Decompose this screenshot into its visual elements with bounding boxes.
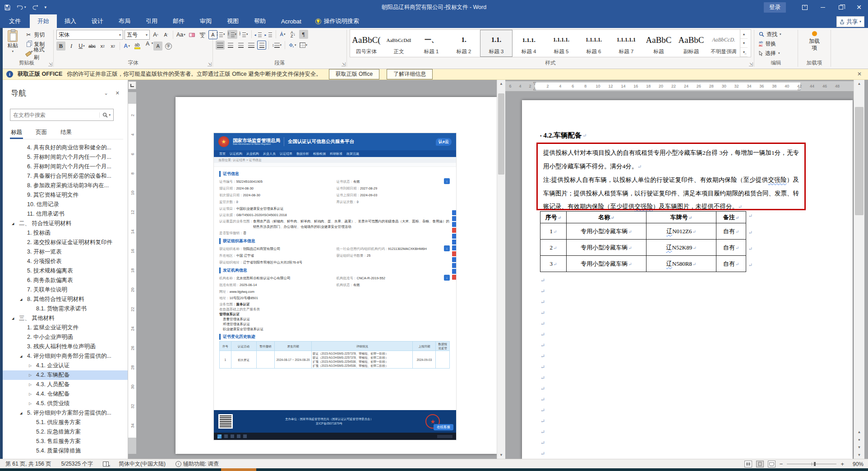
learn-more-button[interactable]: 了解详细信息	[387, 69, 433, 79]
phonetic-guide-button[interactable]: wén文	[198, 30, 207, 39]
add-ins-button[interactable]: 加载项	[802, 29, 827, 51]
style-card[interactable]: 一、 标题 1	[415, 30, 448, 57]
nav-heading-item[interactable]: 8. 参加政府采购活动前3年内在...	[3, 181, 128, 190]
ribbon-tab[interactable]: 插入	[57, 14, 84, 28]
style-card[interactable]: 1. 标题 2	[448, 30, 480, 57]
nav-tab[interactable]: 页面	[35, 127, 48, 139]
nav-heading-item[interactable]: 6. 商务条款偏离表	[3, 276, 128, 285]
nav-heading-item[interactable]: 三、 其他材料	[3, 314, 128, 323]
shrink-font-button[interactable]: Aˇ	[162, 30, 171, 39]
style-card[interactable]: 1.1.1.1. 标题 5	[545, 30, 577, 57]
minimize-button[interactable]	[814, 0, 832, 14]
strikethrough-button[interactable]: abc	[88, 42, 97, 51]
paragraph-dialog-launcher[interactable]: ↘	[342, 62, 346, 66]
tab-stop-selector[interactable]	[128, 81, 136, 89]
subscript-button[interactable]: x2	[98, 42, 107, 51]
nav-heading-item[interactable]: 二、 符合性证明材料	[3, 219, 128, 228]
style-card[interactable]: 1.1.1.1. 标题 6	[577, 30, 610, 57]
left-pane-scrollbar[interactable]: ▲ ▼	[497, 80, 505, 459]
nav-heading-item[interactable]: 2. 中小企业声明函	[3, 332, 128, 342]
warning-close-icon[interactable]: ✕	[857, 71, 862, 77]
sign-in-button[interactable]: 登录	[764, 2, 786, 13]
cut-button[interactable]: ✂剪切	[23, 31, 51, 39]
style-card[interactable]: 1.1.1. 标题 4	[512, 30, 545, 57]
horizontal-ruler[interactable]: 642 246810121416182022242628303234363840…	[505, 81, 854, 91]
distribute-button[interactable]	[257, 41, 266, 50]
search-input[interactable]	[13, 112, 97, 118]
font-color-button[interactable]: A▾	[143, 42, 152, 51]
style-card[interactable]: 1.1. 标题 3	[480, 30, 512, 57]
style-card[interactable]: AaBbCcD. 不明显强调	[707, 30, 740, 57]
nav-heading-item[interactable]: 4. 分项报价表	[3, 257, 128, 266]
nav-heading-item[interactable]: 5.3. 售后服务方案	[3, 437, 128, 446]
accessibility-status[interactable]: i辅助功能: 调查	[175, 460, 219, 468]
style-card[interactable]: AaBbC 副标题	[675, 30, 707, 57]
nav-heading-item[interactable]: 5. 开标时间前六个月内任一个月...	[3, 152, 128, 162]
align-center-button[interactable]	[226, 41, 235, 50]
nav-close-icon[interactable]: ✕	[112, 90, 123, 96]
nav-heading-item[interactable]: 5.4. 质量保障措施	[3, 446, 128, 456]
ribbon-display-options-button[interactable]	[796, 0, 814, 14]
nav-heading-item[interactable]: 4. 评分细则中商务部分需提供的...	[3, 351, 128, 361]
zoom-slider[interactable]	[787, 464, 836, 464]
nav-tab[interactable]: 结果	[60, 127, 73, 139]
nav-heading-item[interactable]: 10. 信用记录	[3, 200, 128, 209]
proofing-status[interactable]	[103, 462, 109, 466]
get-genuine-office-button[interactable]: 获取正版 Office	[329, 69, 379, 79]
justify-button[interactable]	[247, 41, 256, 50]
ribbon-tab[interactable]: 设计	[84, 14, 111, 28]
font-size-combo[interactable]: 五号▾	[125, 30, 150, 40]
nav-heading-item[interactable]: 6. 开标时间前六个月内任一个月...	[3, 162, 128, 171]
asian-layout-button[interactable]: A͗▾	[278, 30, 287, 39]
print-layout-button[interactable]	[756, 461, 764, 467]
font-dialog-launcher[interactable]: ↘	[208, 62, 212, 66]
nav-heading-item[interactable]: 9. 其它资格证明文件	[3, 190, 128, 200]
document-page-right[interactable]: 4.2.车辆配备 提供投标人针对本项目投入的自有或租赁专用小型冷藏车辆2台得 3…	[522, 100, 853, 459]
word-count[interactable]: 5/25325 个字	[61, 460, 93, 468]
find-button[interactable]: 查找▾	[757, 30, 783, 38]
zoom-out-button[interactable]: −	[780, 461, 783, 467]
zoom-in-button[interactable]: +	[840, 461, 844, 467]
nav-heading-item[interactable]: 11. 信用承诺书	[3, 209, 128, 219]
read-mode-button[interactable]	[744, 461, 752, 467]
grow-font-button[interactable]: A^	[151, 30, 160, 39]
ribbon-tab[interactable]: 开始	[30, 14, 57, 28]
nav-heading-item[interactable]: 4.1. 企业认证	[3, 361, 128, 370]
right-indent-marker[interactable]: △	[798, 87, 800, 91]
style-card[interactable]: AaBbC( 四号宋体	[350, 30, 383, 57]
ribbon-tab[interactable]: 视图	[219, 14, 246, 28]
document-page-left[interactable]: ★ 国家市场监督管理总局State Administration for Mar…	[175, 97, 497, 454]
tell-me-search[interactable]: 💡 操作说明搜索	[309, 14, 365, 28]
replace-button[interactable]: abac替换	[757, 40, 783, 48]
ribbon-tab[interactable]: 布局	[111, 14, 138, 28]
styles-gallery-scroll[interactable]: ▲▼▼̲	[740, 30, 748, 57]
multilevel-list-button[interactable]: ▾	[239, 30, 249, 39]
style-card[interactable]: AaBbCcDdI 正文	[383, 30, 415, 57]
close-button[interactable]: ✕	[850, 0, 868, 14]
zoom-level[interactable]: 90%	[848, 461, 863, 467]
nav-heading-item[interactable]: 4.3. 人员配备	[3, 380, 128, 389]
bullets-button[interactable]: ▾	[216, 30, 226, 39]
nav-options-chevron-icon[interactable]: ⌄	[101, 90, 112, 96]
align-left-button[interactable]	[216, 41, 225, 50]
style-card[interactable]: 1.1.1.1.1 标题 7	[610, 30, 642, 57]
language-indicator[interactable]: 简体中文(中国大陆)	[119, 460, 166, 468]
character-shading-button[interactable]: A	[153, 42, 162, 51]
nav-heading-item[interactable]: 5.2. 应急措施方案	[3, 427, 128, 437]
clear-formatting-button[interactable]	[188, 30, 197, 39]
tab-file[interactable]: 文件	[0, 14, 30, 28]
nav-heading-item[interactable]: 5. 评分细则中方案部分需提供的...	[3, 408, 128, 418]
nav-heading-item[interactable]: 7. 具备履行合同所必需的设备和...	[3, 171, 128, 181]
shading-button[interactable]: ▾	[287, 41, 297, 50]
italic-button[interactable]: I	[67, 42, 76, 51]
paste-button[interactable]: 粘贴▾	[3, 29, 23, 53]
nav-heading-item[interactable]: 3. 开标一览表	[3, 247, 128, 257]
styles-dialog-launcher[interactable]: ↘	[749, 62, 753, 66]
underline-button[interactable]: U▾	[77, 42, 86, 51]
vertical-ruler[interactable]: 246810121416182022242628303234	[128, 92, 136, 454]
nav-heading-item[interactable]: 5.1. 供应服务方案	[3, 418, 128, 427]
ribbon-tab[interactable]: Acrobat	[273, 14, 309, 28]
page-indicator[interactable]: 第 61 页, 共 156 页	[5, 460, 51, 468]
nav-heading-item[interactable]: 1. 投标函	[3, 228, 128, 238]
nav-heading-item[interactable]: 1. 监狱企业证明文件	[3, 323, 128, 332]
